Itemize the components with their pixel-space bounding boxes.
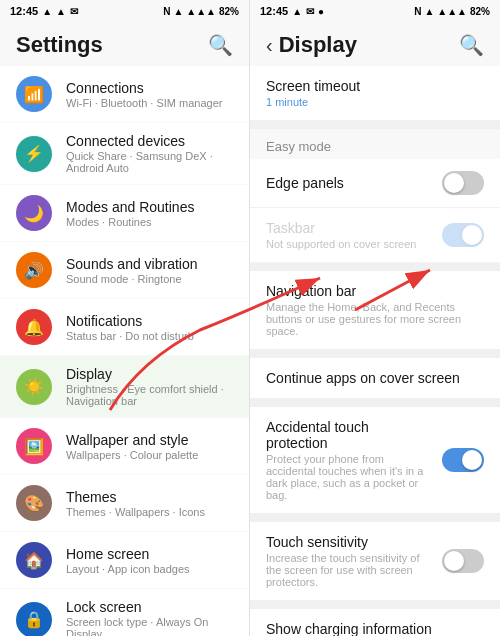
connected-devices-subtitle: Quick Share · Samsung DeX · Android Auto [66,150,233,174]
divider-4 [250,399,500,407]
accidental-touch-toggle[interactable] [442,448,484,472]
home-screen-title: Home screen [66,546,190,562]
connected-devices-title: Connected devices [66,133,233,149]
divider-1 [250,121,500,129]
right-more-icon: ● [318,6,324,17]
taskbar-toggle[interactable] [442,223,484,247]
left-panel: 12:45 ▲ ▲ ✉ N ▲ ▲▲▲ 82% Settings 🔍 📶 [0,0,250,636]
divider-3 [250,350,500,358]
wifi-icon: ▲ [56,6,66,17]
connections-title: Connections [66,80,223,96]
right-status-bar: 12:45 ▲ ✉ ● N ▲ ▲▲▲ 82% [250,0,500,22]
screen-timeout-label: Screen timeout [266,78,360,94]
edge-panels-toggle[interactable] [442,171,484,195]
touch-sensitivity-subtitle: Increase the touch sensitivity of the sc… [266,552,432,588]
settings-item-themes[interactable]: 🎨 Themes Themes · Wallpapers · Icons [0,475,249,531]
taskbar-title: Taskbar [266,220,416,236]
settings-item-modes-routines[interactable]: 🌙 Modes and Routines Modes · Routines [0,185,249,241]
divider-5 [250,514,500,522]
home-screen-icon: 🏠 [16,542,52,578]
navigation-bar-title: Navigation bar [266,283,484,299]
accidental-touch-subtitle: Protect your phone from accidental touch… [266,453,432,501]
settings-item-connected-devices[interactable]: ⚡ Connected devices Quick Share · Samsun… [0,123,249,184]
navigation-bar-subtitle: Manage the Home, Back, and Recents butto… [266,301,484,337]
back-button[interactable]: ‹ [266,34,273,57]
right-signal-bars: ▲▲▲ [437,6,467,17]
modes-routines-subtitle: Modes · Routines [66,216,194,228]
notifications-title: Notifications [66,313,194,329]
right-wifi-icon: ▲ [424,6,434,17]
modes-routines-icon: 🌙 [16,195,52,231]
themes-subtitle: Themes · Wallpapers · Icons [66,506,205,518]
signal-icon: ▲ [42,6,52,17]
touch-sensitivity-title: Touch sensitivity [266,534,432,550]
right-panel: 12:45 ▲ ✉ ● N ▲ ▲▲▲ 82% ‹ Display 🔍 [250,0,500,636]
settings-item-notifications[interactable]: 🔔 Notifications Status bar · Do not dist… [0,299,249,355]
edge-panels-item[interactable]: Edge panels [250,159,500,208]
wallpaper-subtitle: Wallpapers · Colour palette [66,449,198,461]
themes-icon: 🎨 [16,485,52,521]
settings-item-display[interactable]: ☀️ Display Brightness · Eye comfort shie… [0,356,249,417]
signal-status-icon: ▲▲▲ [186,6,216,17]
screen-timeout-value: 1 minute [266,96,360,108]
home-screen-subtitle: Layout · App icon badges [66,563,190,575]
settings-item-connections[interactable]: 📶 Connections Wi-Fi · Bluetooth · SIM ma… [0,66,249,122]
time-right: 12:45 [260,5,288,17]
display-search-icon[interactable]: 🔍 [459,33,484,57]
display-icon: ☀️ [16,369,52,405]
lock-screen-subtitle: Screen lock type · Always On Display [66,616,233,636]
sounds-vibration-icon: 🔊 [16,252,52,288]
display-header: ‹ Display 🔍 [250,22,500,66]
wifi-status-icon: ▲ [173,6,183,17]
lock-screen-icon: 🔒 [16,602,52,637]
taskbar-item[interactable]: Taskbar Not supported on cover screen [250,208,500,263]
divider-6 [250,601,500,609]
right-msg-icon: ✉ [306,6,314,17]
settings-title: Settings [16,32,103,58]
msg-icon: ✉ [70,6,78,17]
settings-item-wallpaper[interactable]: 🖼️ Wallpaper and style Wallpapers · Colo… [0,418,249,474]
lock-screen-title: Lock screen [66,599,233,615]
themes-title: Themes [66,489,205,505]
accidental-touch-item[interactable]: Accidental touch protection Protect your… [250,407,500,514]
wallpaper-icon: 🖼️ [16,428,52,464]
connections-icon: 📶 [16,76,52,112]
divider-2 [250,263,500,271]
settings-list: 📶 Connections Wi-Fi · Bluetooth · SIM ma… [0,66,249,636]
connections-subtitle: Wi-Fi · Bluetooth · SIM manager [66,97,223,109]
time-left: 12:45 [10,5,38,17]
continue-apps-title: Continue apps on cover screen [266,370,460,386]
easy-mode-section: Easy mode [250,129,500,159]
battery-text-right: 82% [470,6,490,17]
notifications-subtitle: Status bar · Do not disturb [66,330,194,342]
display-content: Screen timeout 1 minute Easy mode Edge p… [250,66,500,636]
left-header: Settings 🔍 [0,22,249,66]
display-subtitle: Brightness · Eye comfort shield · Naviga… [66,383,233,407]
right-signal-icon: ▲ [292,6,302,17]
show-charging-item[interactable]: Show charging information Show battery l… [250,609,500,636]
continue-apps-item[interactable]: Continue apps on cover screen [250,358,500,399]
battery-text-left: 82% [219,6,239,17]
display-title: Display [66,366,233,382]
connected-devices-icon: ⚡ [16,136,52,172]
edge-panels-title: Edge panels [266,175,344,191]
touch-sensitivity-toggle[interactable] [442,549,484,573]
wallpaper-title: Wallpaper and style [66,432,198,448]
navigation-bar-item[interactable]: Navigation bar Manage the Home, Back, an… [250,271,500,350]
display-page-title: Display [279,32,357,58]
touch-sensitivity-item[interactable]: Touch sensitivity Increase the touch sen… [250,522,500,601]
sounds-vibration-title: Sounds and vibration [66,256,198,272]
settings-item-lock-screen[interactable]: 🔒 Lock screen Screen lock type · Always … [0,589,249,636]
accidental-touch-title: Accidental touch protection [266,419,432,451]
taskbar-subtitle: Not supported on cover screen [266,238,416,250]
settings-item-sounds-vibration[interactable]: 🔊 Sounds and vibration Sound mode · Ring… [0,242,249,298]
show-charging-title: Show charging information [266,621,432,636]
notifications-icon: 🔔 [16,309,52,345]
settings-item-home-screen[interactable]: 🏠 Home screen Layout · App icon badges [0,532,249,588]
modes-routines-title: Modes and Routines [66,199,194,215]
settings-search-icon[interactable]: 🔍 [208,33,233,57]
easy-mode-label: Easy mode [266,139,331,154]
sounds-vibration-subtitle: Sound mode · Ringtone [66,273,198,285]
left-status-bar: 12:45 ▲ ▲ ✉ N ▲ ▲▲▲ 82% [0,0,249,22]
screen-timeout-item[interactable]: Screen timeout 1 minute [250,66,500,121]
